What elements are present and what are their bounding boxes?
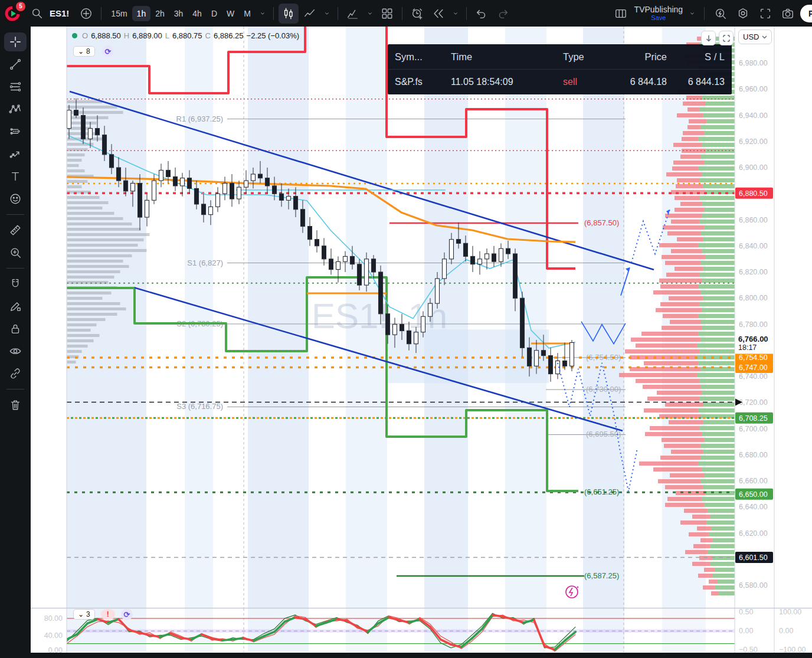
close-value: 6,886.25 [214,31,244,40]
indicator-collapse-button[interactable]: ⌄8 [73,46,95,57]
divider [273,7,274,20]
open-key: O [82,31,88,40]
replay-chevron-icon[interactable] [450,4,461,24]
timeframe-15m[interactable]: 15m [106,6,132,21]
lock-tool[interactable] [4,319,27,338]
level-label: (6,695.50) [586,430,621,438]
eye-tool[interactable] [4,342,27,361]
xabcd-pattern-tool[interactable] [4,100,27,119]
timeframe-W[interactable]: W [222,6,239,21]
price-axis-label: 6,860.00 [739,216,768,224]
timeframe-3h[interactable]: 3h [169,6,188,21]
quick-search-icon[interactable] [711,4,731,24]
ruler-tool[interactable] [4,221,27,240]
warning-icon[interactable]: ! [101,609,115,620]
orders-cell: 6 844.18 [609,77,674,87]
level-label: (6,857.50) [584,218,619,227]
style-chevron-icon[interactable] [321,4,333,24]
price-axis-label: 6,900.00 [739,163,768,172]
magnet-tool[interactable] [4,274,27,293]
change-value: −2.25 (−0.03%) [247,31,300,40]
timeframe-M[interactable]: M [239,6,256,21]
zoom-in-tool[interactable] [4,243,27,262]
symbol-button[interactable]: ES1! [50,8,69,18]
draw-edit-tool[interactable] [4,297,27,316]
timeframe-2h[interactable]: 2h [150,6,169,21]
timeframe-4h[interactable]: 4h [188,6,207,21]
currency-selector[interactable]: USD [738,30,772,44]
redo-icon[interactable] [493,4,513,24]
top-toolbar: 5 ES1! 15m1h2h3h4hDWM [0,0,812,27]
orders-table-row[interactable]: S&P.fs11.05 18:54:09sell6 844.186 844.13 [388,69,732,94]
orders-cell: S&P.fs [388,77,444,87]
time-axis-strip [31,653,812,658]
layout-columns-icon[interactable] [611,4,631,24]
sync-icon[interactable]: ⟳ [102,45,114,57]
timeframe-1h[interactable]: 1h [132,6,151,21]
svg-text:6,880.50: 6,880.50 [739,189,768,198]
trash-tool[interactable] [4,395,27,414]
alert-add-icon[interactable] [407,4,427,24]
fib-lines-tool[interactable] [4,77,27,96]
text-tool[interactable] [4,167,27,186]
undo-icon[interactable] [472,4,492,24]
economic-event-icon[interactable] [566,586,578,598]
arrow-down-icon [705,34,713,42]
bar-replay-icon[interactable] [428,4,448,24]
indicators-chevron-icon[interactable] [364,4,376,24]
orders-cell: 6 844.13 [674,77,732,87]
oscillator-collapse-button[interactable]: ⌄3 [73,609,95,620]
price-axis-label: 6,580.00 [739,581,768,590]
price-axis-label: 6,740.00 [739,372,768,381]
pane-collapse-button[interactable] [701,31,716,45]
orders-col-price[interactable]: Price [609,51,674,63]
low-key: L [165,31,169,40]
divider [466,7,467,20]
compare-add-icon[interactable] [76,4,96,24]
pane-maximize-button[interactable] [719,31,734,45]
divider [402,7,402,20]
price-axis-label: 6,660.00 [739,477,768,485]
publish-button[interactable]: Pu [800,5,812,22]
ohlc-legend[interactable]: O 6,888.50 H 6,889.00 L 6,880.75 C 6,886… [72,31,299,40]
price-axis-label: 6,680.00 [739,451,768,459]
price-axis-label: 6,920.00 [739,138,768,146]
svg-text:6,766.00: 6,766.00 [738,335,768,343]
link-tool[interactable] [4,364,27,383]
fullscreen-icon[interactable] [755,4,775,24]
app-logo[interactable]: 5 [4,5,21,22]
candles-style-button[interactable] [279,4,299,24]
oscillator-pane [67,608,735,652]
notification-badge[interactable]: 5 [16,2,25,11]
indicators-icon[interactable] [343,4,363,24]
price-axis-label: 6,840.00 [739,242,768,250]
chevron-down-icon: ⌄ [78,47,84,55]
orders-col-sl[interactable]: S / L [674,51,732,63]
long-short-tool[interactable] [4,122,27,141]
crosshair-tool[interactable] [4,32,27,51]
forecast-arrow-tool[interactable] [4,145,27,163]
save-label[interactable]: Save [651,14,666,21]
orders-table[interactable]: Sym...TimeTypePriceS / LS&P.fs11.05 18:5… [388,44,732,94]
chart-canvas[interactable]: ES1!, 1hR1 (6,937.25)S1 (6,827)S2 (6,780… [0,0,812,658]
layout-grid-icon[interactable] [377,4,397,24]
divider [338,7,338,20]
emoji-tool[interactable] [4,189,27,208]
account-chevron-icon[interactable] [686,4,698,24]
sync-icon[interactable]: ⟳ [121,608,133,620]
trend-line-tool[interactable] [4,55,27,74]
price-axis-label: 6,700.00 [739,425,768,433]
timeframe-chevron-icon[interactable] [257,4,269,24]
orders-col-time[interactable]: Time [444,51,556,63]
svg-text:6,650.00: 6,650.00 [739,490,768,499]
low-value: 6,880.75 [172,31,202,40]
orders-col-type[interactable]: Type [556,51,609,63]
settings-icon[interactable] [733,4,753,24]
orders-col-sym[interactable]: Sym... [388,51,444,63]
timeframe-D[interactable]: D [207,6,222,21]
orders-cell: 11.05 18:54:09 [444,77,556,87]
search-icon[interactable] [27,4,47,24]
line-style-icon[interactable] [300,4,320,24]
snapshot-camera-icon[interactable] [778,4,798,24]
account-menu[interactable]: TVPublishing Save [634,5,683,21]
